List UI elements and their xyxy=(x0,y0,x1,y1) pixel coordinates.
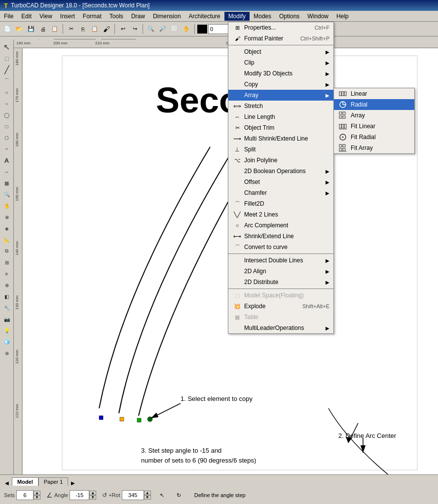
sets-up[interactable]: ▲ xyxy=(34,491,40,495)
menu-array[interactable]: Array ▶ xyxy=(228,90,333,101)
rot-input[interactable] xyxy=(122,490,144,500)
pan-left[interactable]: ✋ xyxy=(1,200,12,211)
sets-spinner[interactable]: ▲ ▼ xyxy=(34,491,40,500)
menu-2d-boolean[interactable]: 2D Boolean Operations ▶ xyxy=(228,166,333,177)
hatch-tool[interactable]: ▦ xyxy=(1,178,12,188)
save-button[interactable]: 💾 xyxy=(26,24,36,35)
submenu-linear[interactable]: Linear xyxy=(334,88,414,99)
layer-tool[interactable]: ◧ xyxy=(1,291,12,302)
redo-button[interactable]: ↪ xyxy=(129,24,140,35)
menu-explode[interactable]: 💥 Explode Shift+Alt+E xyxy=(228,301,333,312)
menu-multi-shrink[interactable]: ⟿ Multi Shrink/Extend Line xyxy=(228,133,333,144)
line-tool[interactable]: ╱ xyxy=(1,64,12,75)
menu-2d-align[interactable]: 2D Align ▶ xyxy=(228,266,333,277)
menu-modify3d[interactable]: Modify 3D Objects ▶ xyxy=(228,68,333,79)
menu-copy[interactable]: Copy ▶ xyxy=(228,79,333,90)
print-button[interactable]: 🖨 xyxy=(37,24,48,35)
menu-architecture[interactable]: Architecture xyxy=(185,12,224,21)
menu-line-length[interactable]: ↔ Line Length xyxy=(228,111,333,122)
undo-button[interactable]: ↩ xyxy=(117,24,128,35)
menu-window[interactable]: Window xyxy=(303,12,332,21)
menu-modes[interactable]: Modes xyxy=(250,12,275,21)
lasso-tool[interactable]: ⬚ xyxy=(1,53,12,64)
menu-arc-complement[interactable]: ○ Arc Complement xyxy=(228,220,333,231)
select-tool-left[interactable]: ↖ xyxy=(1,41,12,52)
open-button[interactable]: 📂 xyxy=(14,24,25,35)
menu-offset[interactable]: Offset ▶ xyxy=(228,177,333,187)
paste-button[interactable]: 📋 xyxy=(89,24,100,35)
3d-tool[interactable]: 🧊 xyxy=(1,336,12,347)
properties-left[interactable]: 🔧 xyxy=(1,302,12,313)
angle-input[interactable] xyxy=(70,490,89,500)
menu-insert[interactable]: Insert xyxy=(56,12,79,21)
ellipse-tool[interactable]: ◯ xyxy=(1,109,12,120)
attrib-tool[interactable]: ≡ xyxy=(1,268,12,279)
menu-object[interactable]: Object ▶ xyxy=(228,46,333,57)
dim-tool[interactable]: ↔ xyxy=(1,166,12,177)
tab-scroll-right[interactable]: ▶ xyxy=(68,480,78,486)
rot-up[interactable]: ▲ xyxy=(144,491,151,495)
submenu-array[interactable]: Array xyxy=(334,110,414,121)
menu-convert-curve[interactable]: ⌒ Convert to curve xyxy=(228,242,333,252)
angle-up[interactable]: ▲ xyxy=(89,491,96,495)
block-tool[interactable]: ⧉ xyxy=(1,246,12,256)
camera-tool[interactable]: 📷 xyxy=(1,314,12,324)
tab-scroll-left[interactable]: ◀ xyxy=(2,480,12,486)
menu-options[interactable]: Options xyxy=(275,12,303,21)
menu-fillet2d[interactable]: ⌒ Fillet2D xyxy=(228,198,333,209)
menu-meet-2-lines[interactable]: ╲╱ Meet 2 Lines xyxy=(228,209,333,220)
menu-edit[interactable]: Edit xyxy=(17,12,36,21)
rect-tool[interactable]: □ xyxy=(1,121,12,132)
render-tool[interactable]: 💡 xyxy=(1,325,12,336)
extra-tool[interactable]: ⊛ xyxy=(1,348,12,359)
text-tool[interactable]: A xyxy=(1,155,12,166)
print-preview-button[interactable]: 📋 xyxy=(49,24,60,35)
zoom-fit-button[interactable]: ⬜ xyxy=(169,24,180,35)
menu-clip[interactable]: Clip ▶ xyxy=(228,57,333,68)
menu-split[interactable]: ⊥ Split xyxy=(228,144,333,155)
spline-tool[interactable]: ~ xyxy=(1,144,12,154)
zoom-in-button[interactable]: 🔍 xyxy=(146,24,156,35)
insert-tool[interactable]: ⊞ xyxy=(1,257,12,268)
nav-rotate[interactable]: ↻ xyxy=(174,490,184,501)
menu-join-polyline[interactable]: ⌥ Join Polyline xyxy=(228,155,333,166)
snap-left[interactable]: ⊕ xyxy=(1,212,12,222)
menu-properties[interactable]: ⊞ Properties... Ctrl+F xyxy=(228,22,333,33)
zoom-left[interactable]: 🔍 xyxy=(1,189,12,200)
measure-tool[interactable]: 📐 xyxy=(1,234,12,245)
menu-modify[interactable]: Modify xyxy=(224,12,250,21)
sets-input[interactable] xyxy=(16,490,34,500)
menu-2d-distribute[interactable]: 2D Distribute ▶ xyxy=(228,277,333,288)
rot-spinner[interactable]: ▲ ▼ xyxy=(144,491,151,500)
angle-down[interactable]: ▼ xyxy=(89,495,96,500)
submenu-fit-linear[interactable]: Fit Linear xyxy=(334,121,414,132)
menu-chamfer[interactable]: Chamfer ▶ xyxy=(228,187,333,198)
menu-stretch[interactable]: ⟺ Stretch xyxy=(228,101,333,111)
submenu-radial[interactable]: Radial xyxy=(334,99,414,110)
tab-model[interactable]: Model xyxy=(12,477,38,486)
format-painter-button[interactable]: 🖌 xyxy=(101,24,112,35)
copy-button[interactable]: ⎘ xyxy=(77,24,88,35)
rot-down[interactable]: ▼ xyxy=(144,495,151,500)
xref-tool[interactable]: ⊕ xyxy=(1,280,12,290)
zoom-out-button[interactable]: 🔎 xyxy=(157,24,168,35)
polygon-tool[interactable]: ⬡ xyxy=(1,132,12,143)
polyline-tool[interactable]: ⌒ xyxy=(1,75,12,86)
menu-view[interactable]: View xyxy=(36,12,56,21)
pan-button[interactable]: ✋ xyxy=(181,24,192,35)
submenu-fit-radial[interactable]: Fit Radial xyxy=(334,132,414,143)
arc-tool[interactable]: ∩ xyxy=(1,87,12,98)
menu-format[interactable]: Format xyxy=(79,12,106,21)
menu-help[interactable]: Help xyxy=(332,12,353,21)
menu-intersect-double[interactable]: Intersect Double Lines ▶ xyxy=(228,255,333,266)
menu-dimension[interactable]: Dimension xyxy=(149,12,185,21)
menu-file[interactable]: File xyxy=(0,12,17,21)
angle-spinner[interactable]: ▲ ▼ xyxy=(89,491,96,500)
menu-draw[interactable]: Draw xyxy=(127,12,149,21)
new-button[interactable]: 📄 xyxy=(2,24,13,35)
node-tool[interactable]: ◈ xyxy=(1,223,12,234)
submenu-fit-array[interactable]: Fit Array xyxy=(334,143,414,153)
tab-paper1[interactable]: Paper 1 xyxy=(38,477,69,486)
menu-tools[interactable]: Tools xyxy=(106,12,127,21)
menu-shrink-extend[interactable]: ⟷ Shrink/Extend Line xyxy=(228,231,333,242)
